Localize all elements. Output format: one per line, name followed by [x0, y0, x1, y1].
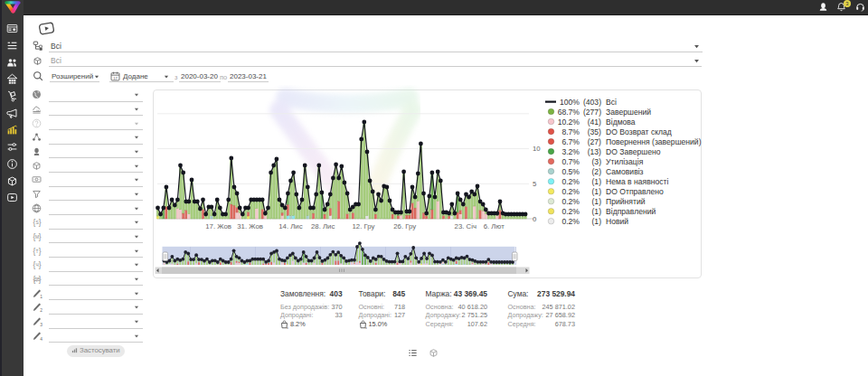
- svg-text:(2): (2): [591, 167, 601, 176]
- svg-text:}: }: [39, 247, 42, 255]
- svg-text:Утилізація: Утилізація: [606, 157, 644, 166]
- svg-text:Новий: Новий: [606, 217, 628, 226]
- svg-text:31. Жов: 31. Жов: [237, 222, 263, 230]
- svg-text:10.2%: 10.2%: [558, 118, 580, 127]
- svg-text:T: T: [36, 249, 39, 253]
- svg-text:1: 1: [40, 294, 42, 298]
- svg-text:Завершений: Завершений: [606, 108, 651, 117]
- svg-text:}: }: [39, 233, 42, 241]
- svg-text:6. Лют: 6. Лют: [484, 222, 505, 230]
- svg-text:DO Возврат склад: DO Возврат склад: [606, 127, 672, 136]
- svg-text:(1): (1): [591, 217, 601, 226]
- svg-text:4: 4: [40, 336, 42, 341]
- svg-text:14. Лис: 14. Лис: [278, 222, 302, 230]
- svg-text:3: 3: [40, 323, 42, 327]
- svg-text:26. Гру: 26. Гру: [393, 222, 416, 230]
- svg-text:(3): (3): [591, 157, 601, 166]
- svg-text:10: 10: [533, 145, 541, 153]
- svg-text:(1): (1): [591, 197, 601, 206]
- svg-text:0.5%: 0.5%: [561, 167, 580, 176]
- svg-text:68.7%: 68.7%: [558, 108, 580, 117]
- svg-text:0.2%: 0.2%: [561, 197, 580, 206]
- svg-text:}: }: [39, 219, 42, 227]
- svg-text:0.2%: 0.2%: [561, 177, 580, 186]
- svg-text:(27): (27): [588, 137, 601, 146]
- svg-text:17. Жов: 17. Жов: [205, 222, 231, 230]
- svg-text:12. Гру: 12. Гру: [353, 222, 375, 230]
- svg-text:Відправлений: Відправлений: [606, 207, 656, 216]
- svg-text:Прийнятий: Прийнятий: [606, 197, 646, 206]
- svg-text:0: 0: [533, 215, 537, 223]
- svg-text:0.7%: 0.7%: [561, 157, 580, 166]
- svg-text:(1): (1): [591, 187, 601, 196]
- svg-text:DO Завершено: DO Завершено: [606, 147, 661, 156]
- svg-text:23. Січ: 23. Січ: [455, 222, 476, 230]
- svg-text:28. Лис: 28. Лис: [311, 222, 335, 230]
- svg-text:0.2%: 0.2%: [561, 217, 580, 226]
- svg-text:0.2%: 0.2%: [561, 187, 580, 196]
- svg-text:M: M: [35, 235, 39, 240]
- svg-text:x: x: [364, 325, 366, 328]
- svg-text:Всі: Всі: [606, 98, 617, 107]
- svg-text:0.2%: 0.2%: [561, 207, 580, 216]
- svg-text:Повернення (завершений): Повернення (завершений): [606, 137, 702, 146]
- svg-text:(1): (1): [591, 207, 601, 216]
- svg-text:5: 5: [533, 180, 537, 188]
- svg-text:(277): (277): [583, 108, 601, 117]
- svg-text:DO Отправлено: DO Отправлено: [606, 187, 664, 196]
- svg-text:}: }: [39, 261, 42, 269]
- svg-text:Нема в наявності: Нема в наявності: [606, 177, 669, 186]
- svg-text:(403): (403): [583, 98, 601, 107]
- svg-text:17: 17: [113, 75, 118, 80]
- svg-text:8.7%: 8.7%: [561, 127, 580, 136]
- svg-text:6.7%: 6.7%: [561, 137, 580, 146]
- svg-text:Ч: Ч: [35, 263, 38, 268]
- svg-text:(13): (13): [588, 147, 601, 156]
- svg-text:Самовивіз: Самовивіз: [606, 167, 644, 176]
- svg-text:x: x: [287, 325, 288, 328]
- svg-text:(41): (41): [588, 118, 601, 127]
- svg-text:Відмова: Відмова: [606, 118, 636, 127]
- svg-text:100%: 100%: [560, 98, 580, 107]
- svg-text:ДБ: ДБ: [34, 277, 40, 282]
- svg-text:(1): (1): [591, 177, 601, 186]
- svg-text:2: 2: [40, 308, 42, 313]
- svg-text:3.2%: 3.2%: [561, 147, 580, 156]
- svg-text:(35): (35): [588, 127, 601, 136]
